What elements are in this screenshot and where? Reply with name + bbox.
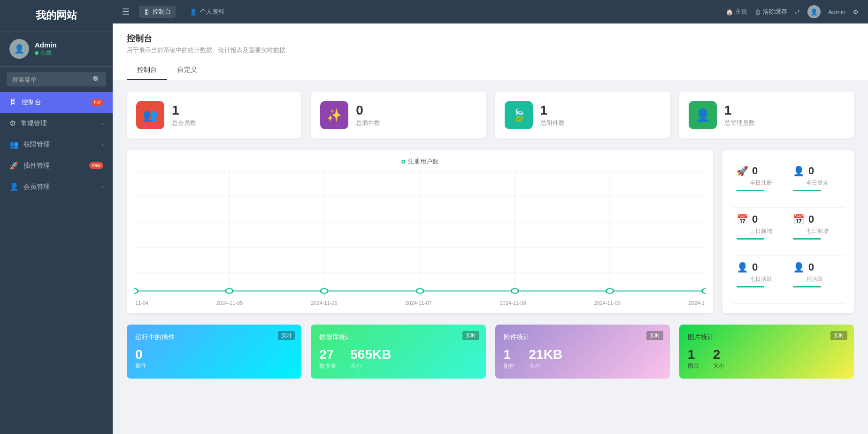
realtime-badge: 实时 [462,331,479,340]
x-label: 2024-11-09 [594,300,621,306]
hot-badge: hot [91,99,103,106]
username: Admin [35,41,57,49]
today-register-label: 今日注册 [750,179,783,187]
chart-legend-label: 注册用户数 [408,157,438,166]
chart-legend: 注册用户数 [134,157,706,166]
svg-point-14 [416,288,423,293]
plugins-count: 0 [356,103,380,118]
svg-point-15 [511,288,518,293]
x-label: 2024-11-07 [405,300,431,306]
mini-stat-7day-active: 👤 0 七日活跃 [732,256,788,304]
bc-img-title: 图片统计 [688,333,845,341]
svg-point-11 [134,288,138,293]
user-active-icon: 👤 [737,262,748,273]
bc-db-val2: 565KB [350,347,391,362]
mini-stat-monthly: 👤 0 月活跃 [788,256,845,304]
page-title: 控制台 [127,33,854,44]
mini-bar [793,238,821,240]
topbar-admin-label: Admin [828,8,845,16]
topbar-tab-dashboard[interactable]: 🎛 控制台 [139,6,176,18]
gear-icon: ⚙ [9,119,16,128]
sidebar-item-label: 权限管理 [23,140,50,149]
chevron-right-icon: › [101,141,103,148]
user-status: 在线 [35,49,57,57]
realtime-badge: 实时 [830,331,847,340]
mini-bar [737,190,764,191]
clear-cache-link[interactable]: 🗑 清除缓存 [755,8,787,16]
bc-img-val2: 2 [713,347,724,362]
mini-bar [793,286,821,287]
realtime-badge: 实时 [278,331,295,340]
site-title: 我的网站 [36,9,77,21]
today-login-label: 今日登录 [806,179,840,187]
plugins-label: 总插件数 [356,119,380,127]
svg-point-13 [321,288,328,293]
rocket-icon: 🚀 [737,165,748,177]
toggle-icon[interactable]: ⇄ [795,8,800,16]
chart-svg [134,171,706,298]
main-content: ☰ 🎛 控制台 👤 个人资料 🏠 主页 🗑 清除缓存 ⇄ 👤 Admin ⚙ 控… [113,0,868,434]
sidebar-item-label: 会员管理 [23,183,50,191]
topbar-avatar: 👤 [807,5,821,18]
mini-stat-today-register: 🚀 0 今日注册 [732,159,788,208]
site-logo: 我的网站 [0,0,113,31]
topbar-tab-profile[interactable]: 👤 个人资料 [185,6,229,18]
bc-db-val1: 27 [319,347,336,362]
admins-label: 总管理员数 [724,119,755,127]
stat-cards: 👥 1 总会员数 ✨ 0 总插件数 🍃 1 [127,92,854,139]
chart-x-labels: 11-04 2024-11-05 2024-11-06 2024-11-07 2… [134,300,706,306]
calendar-plus-icon: 📅 [793,214,805,225]
settings-icon[interactable]: ⚙ [853,8,859,16]
attachments-info: 1 总附件数 [540,103,565,127]
bc-plugins-val: 0 [135,347,146,362]
stat-card-members: 👥 1 总会员数 [127,92,301,139]
attachments-label: 总附件数 [540,119,565,127]
bc-plugins-values: 0 插件 [135,347,293,370]
mini-stat-today-login: 👤 0 今日登录 [788,159,845,208]
bc-img-values: 1 图片 2 大小 [688,347,845,370]
bc-att-sub2: 大小 [529,362,563,370]
sidebar-item-member[interactable]: 👤 会员管理 › [0,176,113,197]
page-subtitle: 用于展示当前系统中的统计数据、统计报表及重要实时数据 [127,46,854,54]
members-icon: 👥 [136,101,164,129]
sidebar-nav: 🎛 控制台 hot ⚙ 常规管理 › 👥 权限管理 › 🚀 插件管理 new 👤… [0,92,113,434]
sidebar-item-permission[interactable]: 👥 权限管理 › [0,134,113,155]
sidebar-search-box[interactable]: 🔍 [7,72,106,86]
stat-card-attachments: 🍃 1 总附件数 [495,92,670,139]
x-label: 2024-11-08 [499,300,526,306]
home-link[interactable]: 🏠 主页 [726,8,747,16]
7day-new-label: 七日新增 [806,227,840,235]
topbar-left: ☰ 🎛 控制台 👤 个人资料 [122,6,229,18]
menu-toggle-icon[interactable]: ☰ [122,7,130,17]
bc-db-values: 27 数据表 565KB 大小 [319,347,477,370]
attachments-icon: 🍃 [505,101,533,129]
sidebar-item-general[interactable]: ⚙ 常规管理 › [0,113,113,134]
dashboard-tab-icon: 🎛 [144,8,150,16]
users-icon: 👥 [9,140,19,149]
admins-icon: 👤 [689,101,717,129]
tab-custom[interactable]: 自定义 [167,61,207,80]
bottom-card-database: 实时 数据库统计 27 数据表 565KB 大小 [311,325,485,379]
new-badge: new [89,162,103,169]
mini-stat-3day: 📅 0 三日新增 [732,208,788,256]
calendar-icon: 📅 [737,214,748,225]
profile-tab-label: 个人资料 [200,8,224,16]
7day-active-label: 七日活跃 [750,275,783,283]
middle-row: 注册用户数 [127,150,854,313]
sidebar-item-plugin[interactable]: 🚀 插件管理 new [0,155,113,176]
svg-point-16 [607,288,614,293]
avatar: 👤 [9,39,29,59]
bc-att-sub1: 附件 [504,362,515,370]
bc-db-title: 数据库统计 [319,333,477,341]
sidebar-item-dashboard[interactable]: 🎛 控制台 hot [0,92,113,113]
tab-dashboard[interactable]: 控制台 [127,61,167,80]
x-label: 2024-11-06 [311,300,337,306]
admins-count: 1 [724,103,755,118]
bc-plugins-title: 运行中的插件 [135,333,293,341]
mini-bar [737,238,764,240]
status-dot [35,51,38,55]
mini-bar [737,286,764,287]
search-input[interactable] [12,76,92,83]
3day-count: 0 [752,213,758,225]
attachments-count: 1 [540,103,565,118]
